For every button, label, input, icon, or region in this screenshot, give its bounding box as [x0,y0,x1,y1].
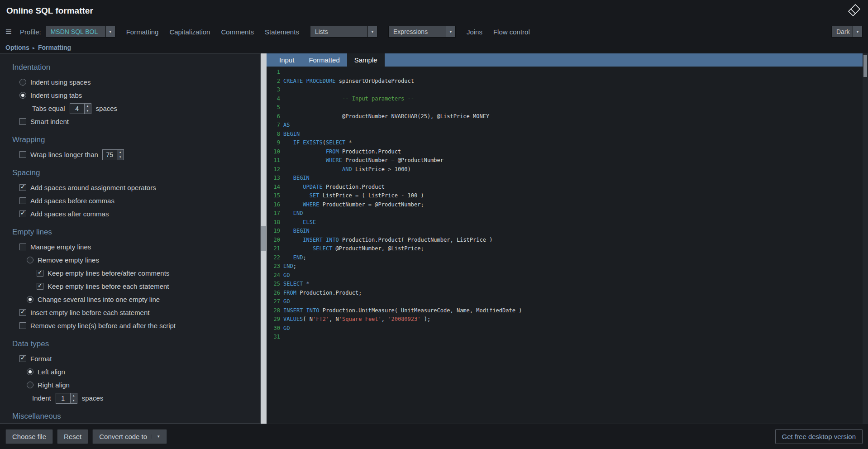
tabs-width-input[interactable]: 4 ▲ ▼ [70,103,91,114]
change-several-lines-radio[interactable] [27,296,33,303]
option-left-align[interactable]: Left align [27,365,256,378]
manage-empty-lines-checkbox[interactable] [19,244,26,250]
spin-down-icon[interactable]: ▼ [71,398,77,403]
tab-sample[interactable]: Sample [347,53,385,67]
option-change-several-lines[interactable]: Change several lines into one empty line [27,293,256,306]
spin-down-icon[interactable]: ▼ [85,109,91,114]
code-line: 7AS [267,121,863,130]
lists-select[interactable]: Lists ▼ [310,26,377,38]
code-editor[interactable]: 12CREATE PROCEDURE spInsertOrUpdateProdu… [267,67,863,424]
insert-empty-line-checkbox[interactable] [19,309,26,316]
keep-empty-comments-checkbox[interactable] [37,270,43,277]
option-label: Wrap lines longer than [30,151,98,158]
line-number: 2 [267,77,280,86]
option-label: Left align [38,368,65,376]
data-type-indent-input[interactable]: 1 ▲ ▼ [56,393,77,404]
option-spaces-after-commas[interactable]: Add spaces after commas [19,207,256,220]
option-spaces-before-commas[interactable]: Add spaces before commas [19,194,256,207]
nav-comments[interactable]: Comments [221,28,254,36]
left-align-radio[interactable] [27,368,33,375]
nav-joins[interactable]: Joins [467,28,482,36]
spinner[interactable]: ▲ ▼ [84,104,91,114]
line-text: SELECT * [283,280,310,289]
menu-icon[interactable]: ≡ [5,26,12,37]
nav-flow-control[interactable]: Flow control [493,28,530,36]
right-align-radio[interactable] [27,382,33,388]
indent-tabs-radio[interactable] [19,92,26,99]
theme-select[interactable]: Dark ▼ [831,26,863,38]
spaces-after-commas-checkbox[interactable] [19,210,26,217]
section-empty-lines: Empty lines [12,228,256,237]
code-line: 8BEGIN [267,130,863,139]
code-line: 5 [267,103,863,112]
option-right-align[interactable]: Right align [27,378,256,392]
code-line: 1 [267,68,863,77]
option-wrap-lines[interactable]: Wrap lines longer than 75 ▲ ▼ [19,148,256,161]
option-keep-empty-comments[interactable]: Keep empty lines before/after comments [37,267,256,280]
spaces-before-commas-checkbox[interactable] [19,197,26,204]
spin-up-icon[interactable]: ▲ [117,150,124,155]
spaces-assignment-checkbox[interactable] [19,184,26,191]
option-spaces-assignment[interactable]: Add spaces around assignment operators [19,181,256,194]
nav-capitalization[interactable]: Capitalization [169,28,210,36]
nav-formatting[interactable]: Formatting [126,28,159,36]
option-label: Indent using spaces [30,78,91,86]
choose-file-button[interactable]: Choose file [5,429,53,444]
spinner[interactable]: ▲ ▼ [117,150,124,160]
options-scrollbar-thumb[interactable] [261,226,266,251]
line-text: SET ListPrice = ( ListPrice - 100 ) [283,191,424,201]
breadcrumb-options[interactable]: Options [5,44,29,51]
options-scrollbar[interactable] [261,53,267,424]
option-indent-using-spaces[interactable]: Indent using spaces [19,76,256,89]
option-smart-indent[interactable]: Smart indent [19,115,256,128]
line-text: FROM Production.Product; [283,289,362,298]
section-wrapping: Wrapping [12,135,256,144]
code-line: 13 BEGIN [267,174,863,183]
smart-indent-checkbox[interactable] [19,118,26,125]
option-format-data-types[interactable]: Format [19,352,256,365]
spinner[interactable]: ▲ ▼ [70,393,77,403]
code-line: 25SELECT * [267,280,863,289]
tab-input[interactable]: Input [272,53,301,67]
expressions-select[interactable]: Expressions ▼ [388,26,456,38]
desktop-version-button[interactable]: Get free desktop version [775,429,863,444]
option-insert-empty-line[interactable]: Insert empty line before each statement [19,306,256,319]
convert-code-button[interactable]: Convert code to ▼ [92,429,167,444]
profile-select[interactable]: MSDN SQL BOL ▼ [46,26,115,38]
indent-spaces-radio[interactable] [19,79,26,86]
eraser-icon[interactable] [845,3,862,19]
spin-up-icon[interactable]: ▲ [71,393,77,398]
format-checkbox[interactable] [19,355,26,362]
reset-button[interactable]: Reset [57,429,88,444]
spin-up-icon[interactable]: ▲ [85,104,91,109]
line-number: 12 [267,165,280,174]
code-lines: 12CREATE PROCEDURE spInsertOrUpdateProdu… [267,68,863,342]
remove-empty-script-checkbox[interactable] [19,322,26,329]
option-manage-empty-lines[interactable]: Manage empty lines [19,240,256,253]
code-line: 24GO [267,271,863,280]
keep-empty-statement-checkbox[interactable] [37,283,43,290]
line-number: 23 [267,262,280,271]
wrap-lines-checkbox[interactable] [19,151,26,158]
line-number: 7 [267,121,280,130]
option-remove-empty-lines[interactable]: Remove empty lines [27,253,256,267]
option-remove-empty-script[interactable]: Remove empty line(s) before and after th… [19,319,256,332]
option-label: Remove empty lines [38,256,99,264]
spin-down-icon[interactable]: ▼ [117,155,124,160]
theme-value: Dark [832,26,853,37]
option-keep-empty-statement[interactable]: Keep empty lines before each statement [37,280,256,293]
line-number: 13 [267,174,280,183]
option-label: Keep empty lines before each statement [48,282,169,290]
editor-scrollbar-thumb[interactable] [863,55,867,77]
tab-formatted[interactable]: Formatted [301,53,347,67]
line-text: CREATE PROCEDURE spInsertOrUpdateProduct [283,77,414,86]
code-line: 27GO [267,297,863,306]
lists-value: Lists [310,26,367,37]
wrap-length-input[interactable]: 75 ▲ ▼ [102,149,124,160]
remove-empty-lines-radio[interactable] [27,257,33,263]
nav-statements[interactable]: Statements [265,28,299,36]
option-indent-using-tabs[interactable]: Indent using tabs [19,89,256,102]
option-label: spaces [96,105,118,112]
editor-scrollbar[interactable] [863,53,868,424]
expressions-value: Expressions [389,26,446,37]
